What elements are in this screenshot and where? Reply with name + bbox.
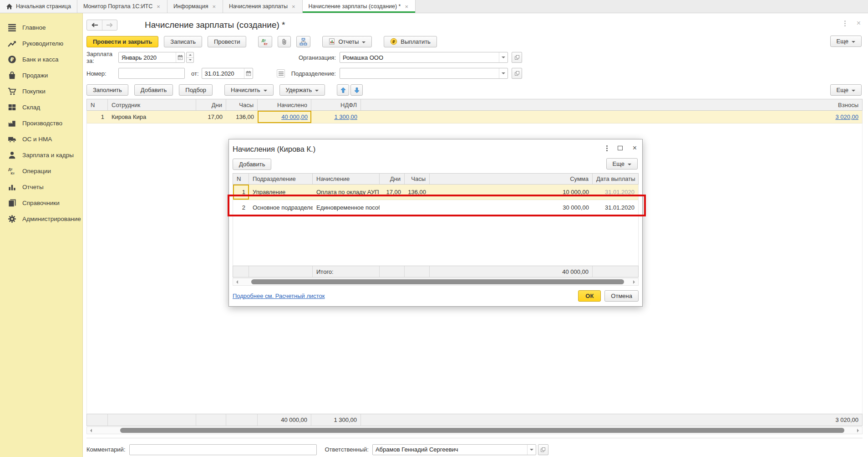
col-days[interactable]: Дни: [380, 174, 405, 184]
save-button[interactable]: Записать: [164, 36, 202, 47]
accrual-row-2[interactable]: 2 Основное подразделение Единовременное …: [233, 200, 639, 216]
accrual-cell[interactable]: Оплата по окладу АУП: [313, 185, 380, 200]
sidebar-item-sales[interactable]: Продажи: [0, 67, 82, 83]
sidebar-item-purchases[interactable]: Покупки: [0, 83, 82, 99]
sidebar-item-production[interactable]: Производство: [0, 115, 82, 131]
calendar-icon[interactable]: [244, 68, 253, 78]
fill-button[interactable]: Заполнить: [86, 84, 128, 96]
pick-button[interactable]: Подбор: [179, 84, 213, 96]
back-button[interactable]: [87, 20, 102, 30]
days-cell[interactable]: 17,00: [196, 111, 226, 123]
table-more-button[interactable]: Еще: [830, 84, 862, 96]
withhold-button[interactable]: Удержать: [279, 84, 325, 96]
organization-open-button[interactable]: [512, 52, 522, 63]
department-cell[interactable]: Управление: [249, 185, 313, 200]
col-n[interactable]: N: [233, 174, 249, 184]
sidebar-item-directories[interactable]: Справочники: [0, 195, 82, 211]
col-department[interactable]: Подразделение: [249, 174, 313, 184]
close-icon[interactable]: ×: [156, 3, 161, 10]
move-down-button[interactable]: [350, 84, 363, 96]
dialog-close-icon[interactable]: ×: [633, 144, 637, 152]
contributions-cell[interactable]: 3 020,00: [361, 111, 862, 123]
comment-input[interactable]: [130, 445, 316, 455]
close-icon[interactable]: ×: [211, 3, 217, 10]
amount-cell[interactable]: 30 000,00: [430, 200, 593, 215]
period-stepper[interactable]: [186, 52, 194, 63]
col-employee[interactable]: Сотрудник: [108, 99, 196, 110]
days-cell[interactable]: [380, 200, 405, 215]
col-hours[interactable]: Часы: [405, 174, 430, 184]
department-input[interactable]: [340, 68, 499, 78]
responsible-open-button[interactable]: [538, 444, 548, 455]
show-postings-button[interactable]: ДтКт: [258, 36, 272, 47]
scrollbar-thumb[interactable]: [251, 279, 624, 284]
row-number-cell[interactable]: 1: [233, 185, 249, 200]
ok-button[interactable]: ОК: [578, 290, 601, 302]
col-hours[interactable]: Часы: [226, 99, 258, 110]
reports-button[interactable]: Отчеты: [322, 36, 372, 47]
dialog-add-button[interactable]: Добавить: [233, 159, 271, 170]
scroll-right-icon[interactable]: [857, 429, 861, 432]
pay-date-cell[interactable]: 31.01.2020: [593, 200, 638, 215]
attachments-button[interactable]: [278, 36, 291, 47]
amount-cell[interactable]: 10 000,00: [430, 185, 593, 200]
move-up-button[interactable]: [337, 84, 349, 96]
chevron-down-icon[interactable]: [527, 445, 536, 455]
window-menu-icon[interactable]: [844, 21, 846, 26]
pay-date-cell[interactable]: 31.01.2020: [593, 185, 638, 200]
organization-input[interactable]: [340, 52, 499, 62]
accrual-row-1[interactable]: 1 Управление Оплата по окладу АУП 17,00 …: [233, 185, 639, 200]
structure-button[interactable]: [296, 36, 310, 47]
hours-cell[interactable]: 136,00: [405, 185, 430, 200]
scroll-left-icon[interactable]: [234, 280, 238, 284]
scroll-right-icon[interactable]: [633, 280, 637, 284]
sidebar-item-bank-cash[interactable]: ₽ Банк и касса: [0, 51, 82, 67]
col-ndfl[interactable]: НДФЛ: [311, 99, 361, 110]
close-icon[interactable]: ×: [291, 3, 296, 10]
col-accrued[interactable]: Начислено: [258, 99, 311, 110]
chevron-down-icon[interactable]: [499, 52, 508, 62]
close-icon[interactable]: ×: [404, 3, 409, 10]
scroll-left-icon[interactable]: [88, 429, 92, 432]
department-cell[interactable]: Основное подразделение: [249, 200, 313, 215]
employee-cell[interactable]: Кирова Кира: [108, 111, 196, 123]
calendar-icon[interactable]: [176, 52, 184, 62]
salary-period-input[interactable]: [119, 52, 176, 62]
dialog-horizontal-scrollbar[interactable]: [233, 278, 639, 286]
payslip-link[interactable]: Подробнее см. Расчетный листок: [233, 293, 325, 299]
tab-salary-accruals-list[interactable]: Начисления зарплаты ×: [223, 0, 303, 13]
accrue-button[interactable]: Начислить: [224, 84, 273, 96]
accrued-cell-selected[interactable]: 40 000,00: [258, 111, 311, 123]
sidebar-item-manager[interactable]: Руководителю: [0, 36, 82, 51]
responsible-input[interactable]: [373, 445, 527, 455]
sidebar-item-salary-hr[interactable]: Зарплата и кадры: [0, 147, 82, 163]
post-and-close-button[interactable]: Провести и закрыть: [86, 36, 158, 47]
sidebar-item-fixed-assets[interactable]: ОС и НМА: [0, 131, 82, 147]
number-input[interactable]: [119, 68, 184, 78]
horizontal-scrollbar[interactable]: [86, 426, 863, 434]
col-accrual[interactable]: Начисление: [313, 174, 380, 184]
department-open-button[interactable]: [512, 68, 522, 79]
col-contributions[interactable]: Взносы: [361, 99, 862, 110]
pay-button[interactable]: ₽ Выплатить: [384, 36, 437, 47]
window-close-icon[interactable]: ×: [857, 20, 861, 27]
tab-its-monitor[interactable]: Монитор Портала 1С:ИТС ×: [77, 0, 168, 13]
sidebar-item-operations[interactable]: ДтКт Операции: [0, 163, 82, 179]
days-cell[interactable]: 17,00: [380, 185, 405, 200]
dialog-more-button[interactable]: Еще: [606, 158, 638, 169]
chevron-down-icon[interactable]: [499, 68, 508, 78]
sidebar-item-main[interactable]: Главное: [0, 20, 82, 36]
row-number-cell[interactable]: 2: [233, 200, 249, 215]
row-number-cell[interactable]: 1: [87, 111, 108, 123]
dialog-menu-icon[interactable]: [606, 145, 608, 151]
ndfl-cell[interactable]: 1 300,00: [311, 111, 361, 123]
hours-cell[interactable]: [405, 200, 430, 215]
tab-salary-accrual-new[interactable]: Начисление зарплаты (создание) * ×: [303, 0, 416, 13]
sidebar-item-reports[interactable]: Отчеты: [0, 179, 82, 195]
post-button[interactable]: Провести: [208, 36, 247, 47]
employee-row[interactable]: 1 Кирова Кира 17,00 136,00 40 000,00 1 3…: [86, 111, 863, 123]
forward-button[interactable]: [102, 20, 117, 30]
col-n[interactable]: N: [87, 99, 108, 110]
sidebar-item-warehouse[interactable]: Склад: [0, 99, 82, 115]
tab-home[interactable]: Начальная страница: [0, 0, 77, 13]
